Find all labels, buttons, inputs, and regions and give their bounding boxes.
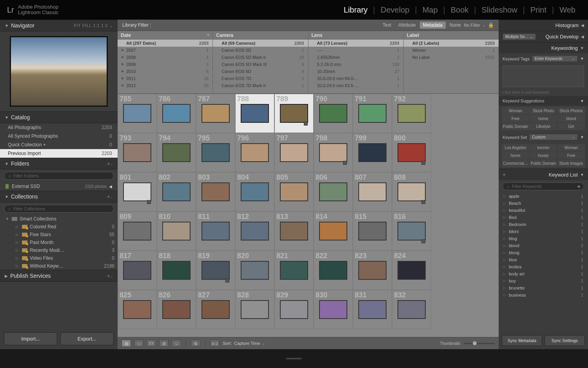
keyword-chip[interactable]: Commercial… <box>502 160 529 167</box>
thumbnail-cell[interactable]: 809 <box>118 211 157 251</box>
thumbnail-cell[interactable]: 807 <box>353 172 392 211</box>
keyword-list-item[interactable]: ▷Bedroom1 <box>499 221 588 228</box>
metadata-column-header[interactable]: Label <box>404 31 499 40</box>
keyword-list-item[interactable]: ▷Beach1 <box>499 200 588 207</box>
thumbnail-cell[interactable]: 800 <box>392 133 431 172</box>
catalog-item[interactable]: All Synced Photographs0 <box>0 132 118 140</box>
collection-item[interactable]: ▷Recently Modi…3 <box>0 246 118 254</box>
keyword-chip[interactable]: Los Angeles <box>502 144 529 151</box>
add-keyword-icon[interactable]: + <box>503 171 506 178</box>
keyword-chip[interactable]: Free <box>502 115 529 122</box>
keywords-textarea[interactable] <box>503 66 584 87</box>
metadata-row[interactable]: ▶201126 <box>118 75 212 82</box>
thumbnail-cell[interactable]: 818 <box>157 251 196 290</box>
thumbnail-cell[interactable]: 793 <box>118 133 157 172</box>
survey-view-icon[interactable]: ▤ <box>159 340 169 347</box>
metadata-row[interactable]: Canon EOS 7D Mark II1 <box>213 82 308 89</box>
keyword-chip[interactable]: Woman <box>557 144 585 151</box>
metadata-all-row[interactable]: All (2 Labels)2203 <box>404 40 499 47</box>
keyword-list-header[interactable]: + Keyword List ▼ <box>499 169 588 180</box>
add-publish-icon[interactable]: +₋ <box>107 273 113 279</box>
metadata-column-header[interactable]: Lens <box>309 31 403 40</box>
thumbnail-cell[interactable]: 819 <box>196 251 235 290</box>
keyword-list-item[interactable]: ▷Bed1 <box>499 214 588 221</box>
metadata-row[interactable]: ▶201219 <box>118 82 212 89</box>
metadata-row[interactable]: 5.2-26.0 mm108 <box>309 61 403 68</box>
thumbnail-cell[interactable]: 798 <box>314 133 353 172</box>
navigator-zoom-options[interactable]: FIT FILL 1:1 1:2 ⌄ <box>74 24 113 28</box>
filter-tab-attribute[interactable]: Attribute <box>395 22 419 29</box>
thumbnail-cell[interactable]: 802 <box>157 172 196 211</box>
sync-metadata-button[interactable]: Sync Metadata <box>502 335 542 346</box>
keyword-chip[interactable]: Girl <box>557 123 585 130</box>
navigator-header[interactable]: ▼ Navigator FIT FILL 1:1 1:2 ⌄ <box>0 20 118 31</box>
keyword-chip[interactable]: Stock Images <box>557 160 585 167</box>
catalog-item[interactable]: Previous Import2203 <box>0 149 118 158</box>
catalog-header[interactable]: ▼ Catalog <box>0 111 118 123</box>
thumbnail-cell[interactable]: 806 <box>314 172 353 211</box>
keyword-chip[interactable]: Public Domain <box>502 123 529 130</box>
volume-row[interactable]: External SSD 2203 photos ◀ <box>0 182 118 191</box>
thumbnail-cell[interactable]: 791 <box>353 94 392 133</box>
thumbnail-cell[interactable]: 829 <box>274 290 314 329</box>
module-tab-book[interactable]: Book <box>445 5 474 15</box>
thumbnail-cell[interactable]: 817 <box>118 251 157 290</box>
disclosure-triangle-icon[interactable]: ▼ <box>580 135 584 139</box>
metadata-column-header[interactable]: Camera <box>213 31 308 40</box>
thumbnail-cell[interactable]: 823 <box>353 251 392 290</box>
column-menu-icon[interactable]: ≡ <box>207 33 209 38</box>
quick-develop-header[interactable]: Multiple Se…⌄ Quick Develop ◀ <box>499 31 588 42</box>
thumbnail-cell[interactable]: 830 <box>314 290 353 329</box>
module-tab-print[interactable]: Print <box>525 5 552 15</box>
people-view-icon[interactable]: ☺ <box>172 340 181 347</box>
metadata-row[interactable]: Canon EOS 7D1 <box>213 75 308 82</box>
keyword-list-item[interactable]: ▷blog1 <box>499 235 588 242</box>
keyword-set-dropdown[interactable]: Custom⌄ <box>529 134 578 140</box>
thumbnail-cell[interactable]: 816 <box>392 211 431 251</box>
thumbnail-size-slider[interactable] <box>463 343 495 344</box>
keywords-hint[interactable]: Click here to add keywords <box>499 89 588 96</box>
metadata-row[interactable]: ▶20092 <box>118 61 212 68</box>
keyword-list-item[interactable]: ▷blond2 <box>499 242 588 249</box>
keyword-list-item[interactable]: ▷blong1 <box>499 249 588 256</box>
thumbnail-cell[interactable]: 824 <box>392 251 431 290</box>
thumbnail-cell[interactable]: 804 <box>235 172 274 211</box>
metadata-row[interactable]: Canon EOS 5D1 <box>213 47 308 54</box>
sort-direction-icon[interactable]: a↕z <box>210 340 220 347</box>
metadata-row[interactable]: 10.0-20.0 mm f/4.0-…1 <box>309 75 403 82</box>
loupe-view-icon[interactable]: ▭ <box>134 340 143 347</box>
keyword-chip[interactable]: Woman <box>502 107 529 115</box>
thumbnail-cell[interactable]: 801 <box>118 172 157 211</box>
metadata-row[interactable]: ▶20081 <box>118 54 212 61</box>
keyword-list-item[interactable]: ▷brunette1 <box>499 284 588 291</box>
histogram-header[interactable]: Histogram ◀ <box>499 20 588 31</box>
filter-tab-text[interactable]: Text <box>379 22 394 29</box>
thumbnail-cell[interactable]: 815 <box>353 211 392 251</box>
catalog-item[interactable]: Quick Collection +0 <box>0 140 118 149</box>
keyword-list-item[interactable]: ▷business1 <box>499 291 588 299</box>
export-button[interactable]: Export... <box>60 332 114 345</box>
thumbnail-cell[interactable]: 811 <box>196 211 235 251</box>
keyword-list-item[interactable]: ▷boy1 <box>499 277 588 284</box>
keyword-tags-dropdown[interactable]: Enter Keywords⌄ <box>532 55 578 62</box>
grid-view-icon[interactable]: ▦ <box>122 340 131 347</box>
metadata-row[interactable]: ▶20071 <box>118 47 212 54</box>
lock-icon[interactable]: 🔒 <box>488 22 494 28</box>
filter-tab-none[interactable]: None <box>446 22 464 29</box>
keyword-list-item[interactable]: ▷bikini1 <box>499 228 588 235</box>
keyword-chip[interactable]: home <box>530 115 557 122</box>
thumbnail-cell[interactable]: 808 <box>392 172 431 211</box>
thumbnail-cell[interactable]: 785 <box>118 94 157 133</box>
thumbnail-cell[interactable]: 828 <box>235 290 274 329</box>
painter-tool-icon[interactable]: ✿ <box>191 340 200 347</box>
thumbnail-cell[interactable]: 799 <box>353 133 392 172</box>
metadata-row[interactable]: Winner1 <box>404 47 499 54</box>
module-tab-map[interactable]: Map <box>417 5 443 15</box>
thumbnail-cell[interactable]: 786 <box>157 94 196 133</box>
keyword-chip[interactable]: Lifestyle <box>530 123 557 130</box>
collections-filter-input[interactable]: ⌕ Filter Collections <box>4 205 114 213</box>
keyword-list-item[interactable]: ▷bodies1 <box>499 263 588 270</box>
disclosure-triangle-icon[interactable]: ▼ <box>580 99 584 103</box>
keyword-chip[interactable]: blond <box>557 115 585 122</box>
keyword-chip[interactable]: Stock Photos <box>557 107 585 115</box>
